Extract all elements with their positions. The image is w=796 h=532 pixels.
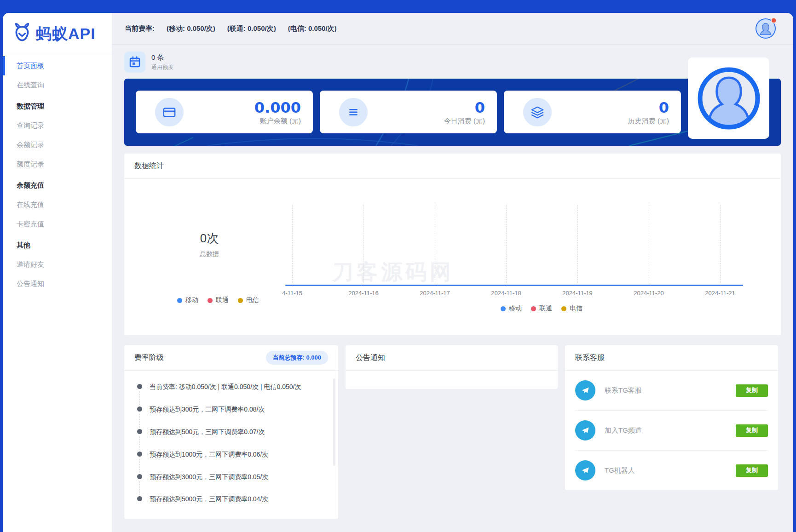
main-area: 当前费率: (移动: 0.050/次)(联通: 0.050/次)(电信: 0.0… (112, 13, 793, 532)
stat-card-history: 0 历史消费 (元) (504, 91, 681, 133)
rate-segment-1: (联通: 0.050/次) (227, 24, 276, 33)
notice-body (346, 371, 558, 389)
chart-total-label: 总数据 (179, 250, 239, 258)
sidebar-item-5[interactable]: 额度记录 (3, 154, 112, 174)
legend-dot (208, 298, 213, 303)
contact-support-panel: 联系客服 联系TG客服复制加入TG频道复制TG机器人复制 (565, 345, 778, 490)
timeline-dot (137, 496, 142, 501)
total-prestore-badge: 当前总预存: 0.000 (266, 351, 328, 365)
rate-tier-item-2: 预存额达到500元，三网下调费率0.07/次 (137, 428, 328, 436)
app-window: 蚂蚁API 首页面板在线查询数据管理查询记录余额记录额度记录余额充值在线充值卡密… (3, 13, 793, 532)
chart-gridline (506, 205, 507, 285)
chart-gridline (435, 205, 435, 285)
rates-label: 当前费率: (125, 24, 155, 33)
rate-tier-text: 预存额达到500元，三网下调费率0.07/次 (150, 428, 265, 435)
calendar-icon (124, 51, 145, 73)
today-spend-label: 今日消费 (元) (444, 117, 485, 126)
quota-label: 通用额度 (151, 63, 173, 71)
topbar: 当前费率: (移动: 0.050/次)(联通: 0.050/次)(电信: 0.0… (112, 13, 793, 45)
sidebar-item-1[interactable]: 在线查询 (3, 75, 112, 95)
notification-dot (771, 17, 777, 23)
copy-button[interactable]: 复制 (736, 464, 768, 477)
legend-dot (501, 306, 506, 311)
logo-text: 蚂蚁API (36, 23, 96, 45)
sidebar-item-4[interactable]: 余额记录 (3, 135, 112, 154)
rate-tier-item-0: 当前费率: 移动0.050/次 | 联通0.050/次 | 电信0.050/次 (137, 383, 328, 391)
data-statistics-title: 数据统计 (134, 161, 164, 171)
legend-entry-电信[interactable]: 电信 (238, 296, 259, 304)
rate-tier-text: 预存额达到3000元，三网下调费率0.05/次 (150, 473, 268, 481)
list-icon (339, 98, 368, 126)
notice-title: 公告通知 (356, 353, 385, 363)
rate-tier-item-1: 预存额达到300元，三网下调费率0.08/次 (137, 405, 328, 414)
user-avatar-button[interactable] (756, 18, 776, 39)
stats-banner: 0.000 账户余额 (元) 0 今日消费 (元) (124, 79, 781, 146)
chart-legend-center: 移动联通电信 (501, 304, 583, 313)
timeline-dot (137, 429, 142, 434)
sidebar-item-7[interactable]: 在线充值 (3, 195, 112, 214)
rate-tier-text: 预存额达到5000元，三网下调费率0.04/次 (150, 495, 268, 503)
legend-label: 移动 (185, 296, 198, 304)
timeline-dot (137, 406, 142, 412)
chart-gridline (577, 205, 578, 285)
quota-count: 0 条 (151, 53, 173, 62)
ant-logo-icon (12, 23, 32, 45)
chart-legend-left: 移动联通电信 (177, 296, 259, 304)
legend-label: 移动 (509, 304, 522, 313)
chart-tick-label: 2024-11-17 (420, 290, 450, 297)
sidebar-item-3[interactable]: 查询记录 (3, 116, 112, 135)
contact-row-1: 加入TG频道复制 (565, 411, 778, 450)
sidebar-item-0[interactable]: 首页面板 (3, 56, 112, 75)
legend-label: 电信 (246, 296, 259, 304)
sidebar-section-9: 其他 (3, 235, 112, 255)
sidebar: 蚂蚁API 首页面板在线查询数据管理查询记录余额记录额度记录余额充值在线充值卡密… (3, 13, 112, 532)
balance-value: 0.000 (254, 99, 301, 116)
chart-tick-label: 2024-11-19 (562, 290, 593, 297)
sidebar-item-8[interactable]: 卡密充值 (3, 214, 112, 234)
chart-area: 0次 总数据 刀客源码网 4-11-152024-11-162024-11-17… (124, 179, 781, 334)
history-spend-label: 历史消费 (元) (628, 117, 669, 126)
legend-entry-联通[interactable]: 联通 (531, 304, 552, 313)
chart-tick-label: 2024-11-20 (634, 290, 664, 297)
legend-entry-移动[interactable]: 移动 (177, 296, 198, 304)
sidebar-section-6: 余额充值 (3, 176, 112, 195)
rate-tier-panel: 费率阶级 当前总预存: 0.000 当前费率: 移动0.050/次 | 联通0.… (124, 345, 338, 519)
legend-entry-移动[interactable]: 移动 (501, 304, 522, 313)
legend-dot (177, 298, 182, 303)
timeline-dot (137, 474, 142, 479)
legend-label: 电信 (570, 304, 583, 313)
rate-list-scrollbar[interactable] (333, 378, 335, 466)
profile-avatar-image (694, 64, 763, 133)
quota-chip: 0 条 通用额度 (124, 49, 781, 75)
today-spend-value: 0 (444, 99, 485, 116)
chart-tick-label: 4-11-15 (282, 290, 302, 297)
rate-tier-header: 费率阶级 当前总预存: 0.000 (124, 345, 338, 371)
sidebar-item-11[interactable]: 公告通知 (3, 274, 112, 293)
sidebar-section-2: 数据管理 (3, 97, 112, 116)
rate-tier-item-5: 预存额达到5000元，三网下调费率0.04/次 (137, 495, 328, 503)
data-statistics-panel: 数据统计 0次 总数据 刀客源码网 4-11-152024-11-162024-… (124, 154, 781, 335)
chart-tick-label: 2024-11-21 (705, 290, 735, 297)
current-rates: 当前费率: (移动: 0.050/次)(联通: 0.050/次)(电信: 0.0… (125, 24, 337, 33)
telegram-icon (575, 420, 595, 440)
data-statistics-header: 数据统计 (124, 154, 781, 179)
legend-entry-联通[interactable]: 联通 (208, 296, 229, 304)
chart-tick-label: 2024-11-18 (491, 290, 521, 297)
rate-tier-text: 预存额达到1000元，三网下调费率0.06/次 (150, 451, 268, 458)
copy-button[interactable]: 复制 (736, 384, 768, 397)
sidebar-item-10[interactable]: 邀请好友 (3, 255, 112, 274)
content: 0 条 通用额度 (112, 45, 793, 532)
chart-tick-label: 2024-11-16 (348, 290, 379, 297)
notice-panel: 公告通知 (346, 345, 558, 389)
rate-tier-list: 当前费率: 移动0.050/次 | 联通0.050/次 | 电信0.050/次预… (124, 371, 338, 503)
legend-dot (531, 306, 536, 311)
stat-card-today: 0 今日消费 (元) (320, 91, 497, 133)
legend-dot (561, 306, 566, 311)
timeline-dot (137, 384, 142, 389)
rate-tier-text: 预存额达到300元，三网下调费率0.08/次 (150, 406, 265, 413)
copy-button[interactable]: 复制 (736, 424, 768, 437)
rate-tier-text: 当前费率: 移动0.050/次 | 联通0.050/次 | 电信0.050/次 (150, 383, 301, 390)
bottom-row: 费率阶级 当前总预存: 0.000 当前费率: 移动0.050/次 | 联通0.… (124, 345, 781, 519)
legend-entry-电信[interactable]: 电信 (561, 304, 583, 313)
chart-gridline (363, 205, 364, 285)
